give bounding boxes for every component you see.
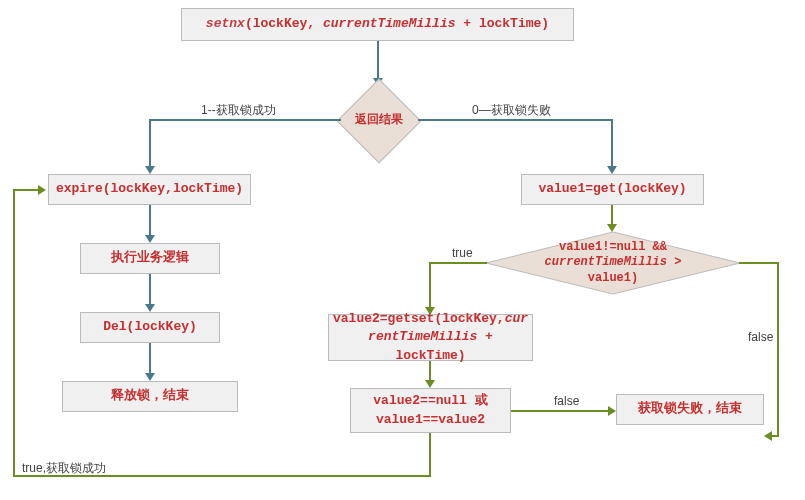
- node-release: 释放锁，结束: [62, 381, 238, 412]
- node-decision1: 返回结果: [337, 79, 422, 164]
- node-getset: value2=getset(lockKey,currentTimeMillis …: [328, 314, 533, 361]
- node-decision1-text: 返回结果: [355, 113, 403, 129]
- node-getvalue1-text: value1=get(lockKey): [538, 180, 686, 198]
- edge-loop-v1: [429, 433, 431, 475]
- edge-start-to-decision1-line: [377, 41, 379, 81]
- edge-label-decision3-false: false: [554, 394, 579, 408]
- edge-failure-vline: [611, 119, 613, 169]
- node-decision2: value1!=null &&currentTimeMillis >value1…: [485, 231, 741, 295]
- node-getvalue1: value1=get(lockKey): [521, 174, 704, 205]
- edge-label-failure: 0—获取锁失败: [472, 102, 551, 119]
- edge-decision2-false-hline: [739, 262, 779, 264]
- edge-label-loop: true,获取锁成功: [22, 460, 106, 477]
- edge-failure-arrow: [607, 166, 617, 174]
- edge-success-hline: [149, 119, 341, 121]
- edge-decision3-false-arrow: [608, 406, 616, 416]
- edge-decision2-false-arrow: [764, 431, 772, 441]
- node-business: 执行业务逻辑: [80, 243, 220, 274]
- edge-del-to-release-line: [149, 343, 151, 376]
- edge-label-success: 1--获取锁成功: [201, 102, 276, 119]
- node-decision3-text: value2==null 或value1==value2: [373, 392, 487, 428]
- edge-decision2-true-vline: [429, 262, 431, 310]
- edge-business-to-del-line: [149, 274, 151, 307]
- edge-label-decision2-false: false: [748, 330, 773, 344]
- edge-expire-to-business-arrow: [145, 235, 155, 243]
- edge-loop-v2: [13, 189, 15, 477]
- edge-decision2-false-hline2: [772, 435, 779, 437]
- edge-decision2-true-hline: [429, 262, 487, 264]
- node-del-text: Del(lockKey): [103, 318, 197, 336]
- node-expire-text: expire(lockKey,lockTime): [56, 180, 243, 198]
- node-getset-text: value2=getset(lockKey,currentTimeMillis …: [333, 310, 528, 365]
- node-business-text: 执行业务逻辑: [111, 249, 189, 267]
- node-decision3: value2==null 或value1==value2: [350, 388, 511, 433]
- edge-loop-arrow: [38, 185, 46, 195]
- node-fail-text: 获取锁失败，结束: [638, 400, 742, 418]
- edge-failure-hline: [418, 119, 613, 121]
- edge-decision3-false-hline: [511, 410, 611, 412]
- node-expire: expire(lockKey,lockTime): [48, 174, 251, 205]
- edge-business-to-del-arrow: [145, 304, 155, 312]
- node-start: setnx(lockKey, currentTimeMillis + lockT…: [181, 8, 574, 41]
- node-del: Del(lockKey): [80, 312, 220, 343]
- edge-decision2-false-vline: [777, 262, 779, 437]
- node-decision2-text: value1!=null &&currentTimeMillis >value1…: [485, 231, 741, 295]
- edge-success-arrow: [145, 166, 155, 174]
- edge-label-decision2-true: true: [452, 246, 473, 260]
- node-start-text: setnx(lockKey, currentTimeMillis + lockT…: [206, 15, 549, 33]
- edge-getset-to-decision3-arrow: [425, 380, 435, 388]
- edge-loop-h2: [13, 189, 41, 191]
- edge-expire-to-business-line: [149, 205, 151, 238]
- edge-del-to-release-arrow: [145, 373, 155, 381]
- edge-success-vline: [149, 119, 151, 169]
- node-fail: 获取锁失败，结束: [616, 394, 764, 425]
- node-release-text: 释放锁，结束: [111, 387, 189, 405]
